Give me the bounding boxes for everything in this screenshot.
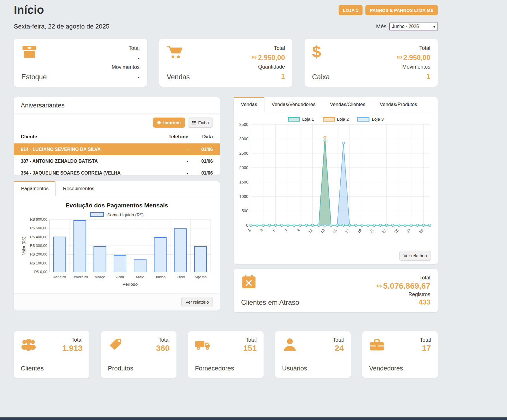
aniversariantes-title: Aniversariantes (14, 97, 220, 113)
currency-prefix: R$ (377, 284, 382, 288)
stat-label: Movimentos (112, 64, 140, 70)
late-registros-value: 433 (377, 298, 430, 306)
table-header: Cliente Telefone Data (14, 131, 220, 143)
svg-text:3500: 3500 (239, 122, 248, 127)
sales-tabbar: Vendas Vendas/Vendedores Vendas/Clientes… (234, 97, 438, 112)
page-title: Início (14, 3, 44, 16)
svg-text:3000: 3000 (239, 137, 248, 141)
late-clients-card: Clientes em Atraso Total R$5.076.869,67 … (234, 269, 438, 312)
payments-tabbar: Pagamentos Recebimentos (14, 181, 220, 196)
card-name: Estoque (21, 73, 47, 81)
stat-label: Total (62, 337, 82, 343)
company-button[interactable]: PANNOS E PANNOS LTDA ME (365, 5, 438, 15)
stats-row: Estoque Total - Movimentos - (14, 39, 438, 87)
tab-vendas-clientes[interactable]: Vendas/Clientes (323, 97, 373, 112)
stat-value: - (112, 73, 140, 80)
stat-value: 1.913 (62, 344, 82, 353)
tab-vendas-produtos[interactable]: Vendas/Produtos (373, 97, 424, 112)
dashboard-page: Início LOJA 1 PANNOS E PANNOS LTDA ME Se… (14, 0, 438, 420)
bar-legend-swatch (90, 212, 104, 217)
svg-text:17: 17 (344, 228, 350, 234)
svg-text:Julho: Julho (176, 275, 185, 279)
ficha-button[interactable]: Ficha (188, 118, 213, 128)
bar-legend-label: Soma Líquido (R$) (107, 212, 144, 217)
sales-report-button[interactable]: Ver relatório (399, 251, 431, 261)
tab-recebimentos[interactable]: Recebimentos (56, 181, 102, 196)
tab-pagamentos[interactable]: Pagamentos (14, 181, 56, 196)
subbar: Sexta-feira, 22 de agosto de 2025 Mês Ju… (14, 22, 438, 31)
late-total-value: 5.076.869,67 (383, 281, 431, 290)
svg-text:R$ 200,00: R$ 200,00 (30, 252, 47, 256)
vendas-card: Vendas Total R$2.950,00 Quantidade 1 (159, 39, 292, 87)
payments-report-button[interactable]: Ver relatório (181, 297, 213, 307)
svg-text:R$ 500,00: R$ 500,00 (30, 226, 47, 230)
stat-value: - (112, 54, 140, 61)
bar-chart-title: Evolução dos Pagamentos Mensais (21, 202, 213, 209)
topbar: Início LOJA 1 PANNOS E PANNOS LTDA ME (14, 3, 438, 16)
loja1-label: Loja 1 (302, 117, 314, 122)
col-telefone: Telefone (151, 134, 188, 140)
month-select[interactable]: Junho - 2025 ▾ (389, 22, 438, 31)
cell-data: 01/06 (188, 171, 213, 176)
print-button[interactable]: Imprimir (153, 118, 185, 128)
sales-line-chart: 0500100015002000250030003500135791113151… (234, 122, 434, 246)
aniversariantes-card: Aniversariantes Imprimir (14, 97, 220, 175)
calendar-x-icon (241, 275, 299, 290)
loja2-label: Loja 2 (337, 117, 349, 122)
card-name: Vendas (167, 73, 190, 81)
stat-label: Total (377, 275, 430, 281)
tag-icon (108, 337, 133, 353)
cell-telefone: - (151, 147, 188, 152)
card-name: Clientes (21, 365, 44, 372)
table-row[interactable]: 387 - ANTONIO ZENALDO BATISTA - 01/06 (14, 155, 220, 167)
cell-telefone: - (151, 171, 188, 176)
sales-card: Vendas Vendas/Vendedores Vendas/Clientes… (234, 97, 438, 264)
stat-value: 1 (397, 72, 430, 80)
svg-text:2000: 2000 (239, 165, 248, 170)
clientes-card: Clientes Total 1.913 (14, 331, 89, 378)
summary-row: Clientes Total 1.913 Produtos Total 360 (14, 331, 438, 420)
svg-text:27: 27 (406, 228, 412, 234)
produtos-card: Produtos Total 360 (101, 331, 176, 378)
card-name: Caixa (312, 73, 330, 81)
svg-text:1000: 1000 (239, 194, 248, 199)
stat-label: Total (252, 45, 285, 51)
stat-value: 360 (156, 344, 170, 353)
stat-label: Total (333, 337, 344, 343)
card-name: Fornecedores (195, 365, 234, 372)
svg-text:R$ 400,00: R$ 400,00 (30, 235, 47, 239)
briefcase-icon (369, 337, 403, 353)
stat-label: Movimentos (397, 64, 430, 70)
cell-data: 01/06 (188, 159, 213, 164)
current-date: Sexta-feira, 22 de agosto de 2025 (14, 23, 109, 30)
payments-bar-chart: R$ 0,00R$ 100,00R$ 200,00R$ 300,00R$ 400… (21, 218, 213, 290)
loja1-swatch (288, 117, 300, 122)
svg-text:23: 23 (381, 228, 387, 234)
svg-text:29: 29 (418, 228, 424, 234)
tab-vendas-vendedores[interactable]: Vendas/Vendedores (264, 97, 323, 112)
svg-text:9: 9 (296, 228, 301, 233)
tab-vendas[interactable]: Vendas (234, 97, 264, 112)
list-icon (192, 121, 196, 125)
svg-text:R$ 600,00: R$ 600,00 (30, 218, 47, 222)
svg-text:7: 7 (284, 228, 289, 233)
svg-text:5: 5 (272, 228, 276, 233)
stat-value: 151 (243, 344, 257, 353)
people-icon (21, 337, 44, 353)
ficha-button-label: Ficha (198, 120, 209, 125)
currency-prefix: R$ (252, 55, 257, 59)
stat-value: 24 (333, 344, 344, 353)
svg-text:3: 3 (259, 228, 264, 233)
svg-text:1500: 1500 (239, 180, 248, 184)
table-row[interactable]: 614 - LUCIANO SEVERINO DA SILVA - 01/06 (14, 143, 220, 155)
stat-label: Total (156, 337, 170, 343)
cell-data: 01/06 (188, 147, 213, 152)
box-icon (21, 45, 39, 60)
stat-label: Total (397, 45, 430, 51)
svg-text:Agosto: Agosto (194, 275, 206, 279)
table-row[interactable]: 354 - JAQUELINE SOARES CORREIA (VELHA - … (14, 167, 220, 175)
svg-text:R$ 300,00: R$ 300,00 (30, 243, 47, 248)
month-label: Mês (376, 23, 386, 30)
store-button[interactable]: LOJA 1 (339, 5, 363, 15)
currency-prefix: R$ (397, 55, 402, 59)
